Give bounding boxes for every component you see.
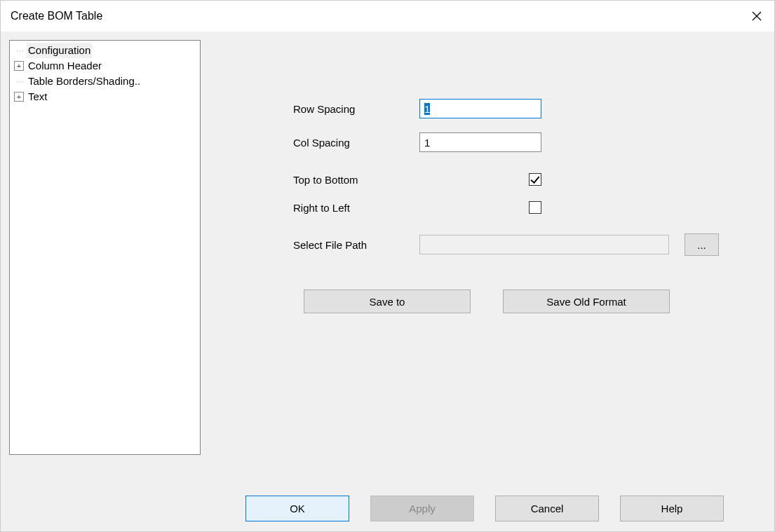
dialog-window: Create BOM Table ··· Configuration + Col… <box>0 0 775 532</box>
col-spacing-input[interactable] <box>419 132 541 152</box>
tree-item-table-borders[interactable]: ··· Table Borders/Shading.. <box>10 74 200 89</box>
col-spacing-label: Col Spacing <box>293 137 419 149</box>
upper-area: ··· Configuration + Column Header ··· Ta… <box>9 40 766 479</box>
top-to-bottom-label: Top to Bottom <box>293 174 529 186</box>
ellipsis-icon: ... <box>697 239 706 251</box>
form-panel: Row Spacing Col Spacing Top to Bottom Ri… <box>209 40 766 479</box>
button-label: Save to <box>370 296 405 308</box>
button-label: OK <box>290 503 305 514</box>
file-path-display <box>419 235 669 254</box>
tree-expand-icon[interactable]: + <box>14 92 24 102</box>
row-spacing-label: Row Spacing <box>293 103 419 115</box>
tree-item-text[interactable]: + Text <box>10 89 200 104</box>
cancel-button[interactable]: Cancel <box>495 496 599 521</box>
select-file-path-label: Select File Path <box>293 239 419 251</box>
save-old-format-button[interactable]: Save Old Format <box>503 289 670 313</box>
apply-button: Apply <box>370 496 474 521</box>
close-icon <box>752 11 762 21</box>
tree-item-label: Column Header <box>27 58 103 74</box>
tree-item-configuration[interactable]: ··· Configuration <box>10 43 200 58</box>
save-button-row: Save to Save Old Format <box>304 289 670 313</box>
client-area: ··· Configuration + Column Header ··· Ta… <box>1 32 774 531</box>
button-label: Help <box>661 503 683 514</box>
button-label: Apply <box>409 503 436 514</box>
title-bar: Create BOM Table <box>1 1 774 32</box>
top-to-bottom-checkbox[interactable] <box>529 173 541 186</box>
tree-item-label: Text <box>27 89 49 104</box>
help-button[interactable]: Help <box>620 496 724 521</box>
button-label: Save Old Format <box>546 296 626 308</box>
tree-connector-icon: ··· <box>14 74 27 89</box>
window-title: Create BOM Table <box>11 10 739 22</box>
browse-button[interactable]: ... <box>685 233 719 256</box>
right-to-left-label: Right to Left <box>293 202 529 214</box>
dialog-button-row: OK Apply Cancel Help <box>9 479 766 521</box>
nav-tree[interactable]: ··· Configuration + Column Header ··· Ta… <box>9 40 201 455</box>
close-button[interactable] <box>739 1 774 32</box>
tree-item-label: Table Borders/Shading.. <box>27 74 142 89</box>
tree-item-label: Configuration <box>27 43 92 58</box>
tree-expand-icon[interactable]: + <box>14 61 24 71</box>
save-to-button[interactable]: Save to <box>304 289 471 313</box>
ok-button[interactable]: OK <box>245 496 349 521</box>
right-to-left-checkbox[interactable] <box>529 201 541 214</box>
row-spacing-input[interactable] <box>419 99 541 118</box>
tree-item-column-header[interactable]: + Column Header <box>10 58 200 74</box>
tree-connector-icon: ··· <box>14 43 27 58</box>
button-label: Cancel <box>531 503 564 514</box>
